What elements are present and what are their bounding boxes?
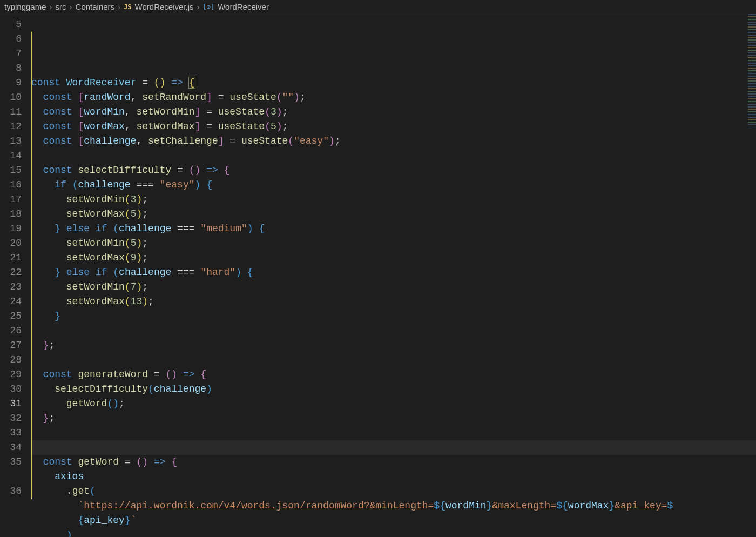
line-number[interactable]: 26 (0, 324, 22, 338)
line-number[interactable]: 10 (0, 90, 22, 105)
code-line[interactable]: const [wordMax, setWordMax] = useState(5… (31, 119, 756, 134)
code-line[interactable]: setWordMax(9); (31, 251, 756, 265)
code-token: ) (235, 267, 241, 278)
line-number[interactable]: 25 (0, 309, 22, 324)
breadcrumb[interactable]: typinggame › src › Containers › JS WordR… (0, 0, 756, 14)
code-line[interactable] (31, 149, 756, 163)
code-token: ) (142, 296, 148, 307)
minimap[interactable] (748, 14, 756, 127)
line-number[interactable]: 36 (0, 484, 22, 499)
line-number[interactable]: 9 (0, 76, 22, 90)
code-token: setWordMax (66, 296, 125, 307)
code-token: setWordMax (66, 252, 125, 263)
line-number[interactable]: 30 (0, 382, 22, 397)
line-number[interactable]: 8 (0, 61, 22, 76)
line-number[interactable]: 33 (0, 426, 22, 440)
code-line[interactable]: const generateWord = () => { (31, 367, 756, 382)
line-number-gutter[interactable]: 5678910111213141516171819202122232425262… (0, 14, 31, 537)
code-token: { (189, 77, 195, 88)
line-number[interactable]: 15 (0, 163, 22, 178)
line-number[interactable]: 20 (0, 236, 22, 251)
code-token: 3 (271, 106, 276, 117)
code-line[interactable]: setWordMax(13); (31, 294, 756, 309)
code-line[interactable]: getWord(); (31, 397, 756, 411)
breadcrumb-item[interactable]: src (56, 2, 66, 11)
code-token: const (43, 121, 78, 132)
code-token: , (125, 121, 137, 132)
code-line[interactable] (31, 61, 756, 76)
code-line[interactable]: setWordMin(5); (31, 236, 756, 251)
code-token: ) (136, 281, 142, 292)
code-line[interactable]: `https://api.wordnik.com/v4/words.json/r… (31, 499, 756, 513)
line-number[interactable]: 7 (0, 46, 22, 61)
line-number[interactable]: 17 (0, 192, 22, 207)
code-line[interactable]: const selectDifficulty = () => { (31, 163, 756, 178)
code-token (31, 515, 78, 526)
code-line[interactable]: setWordMax(5); (31, 207, 756, 221)
code-line[interactable]: } else if (challenge === "medium") { (31, 221, 756, 236)
code-line[interactable]: } (31, 309, 756, 324)
line-number[interactable]: 16 (0, 178, 22, 192)
code-line[interactable]: setWordMin(3); (31, 192, 756, 207)
line-number[interactable]: 18 (0, 207, 22, 221)
line-number[interactable] (0, 469, 22, 484)
code-editor[interactable]: 5678910111213141516171819202122232425262… (0, 14, 756, 537)
breadcrumb-item[interactable]: Containers (76, 2, 115, 11)
line-number[interactable]: 27 (0, 338, 22, 353)
line-number[interactable]: 12 (0, 119, 22, 134)
breadcrumb-item[interactable]: WordReceiver.js (135, 2, 194, 11)
code-token: challenge (78, 179, 130, 190)
code-line[interactable]: axios (31, 469, 756, 484)
line-number[interactable]: 11 (0, 105, 22, 119)
code-token: ( (125, 281, 131, 292)
line-number[interactable]: 35 (0, 455, 22, 469)
line-number[interactable]: 19 (0, 221, 22, 236)
line-number[interactable]: 22 (0, 265, 22, 280)
line-number[interactable]: 21 (0, 251, 22, 265)
line-number[interactable]: 23 (0, 280, 22, 294)
chevron-right-icon: › (197, 2, 200, 11)
line-number[interactable]: 24 (0, 294, 22, 309)
code-line[interactable]: selectDifficulty(challenge) (31, 382, 756, 397)
code-line[interactable]: .get( (31, 484, 756, 499)
code-line[interactable] (31, 324, 756, 338)
code-line[interactable]: }; (31, 338, 756, 353)
code-line[interactable]: const getWord = () => { (31, 455, 756, 469)
code-token: else if (66, 223, 107, 234)
line-number[interactable]: 13 (0, 134, 22, 149)
code-line[interactable]: }; (31, 411, 756, 426)
line-number[interactable]: 31 (0, 397, 22, 411)
code-token: ) (136, 194, 142, 205)
code-token: = (148, 369, 165, 380)
code-line[interactable]: if (challenge === "easy") { (31, 178, 756, 192)
line-number[interactable]: 29 (0, 367, 22, 382)
code-token (31, 136, 43, 146)
line-number[interactable]: 28 (0, 353, 22, 367)
code-token (31, 413, 43, 424)
code-line[interactable]: const [wordMin, setWordMin] = useState(3… (31, 105, 756, 119)
code-line[interactable] (31, 426, 756, 440)
code-token: ( (154, 77, 160, 88)
breadcrumb-item[interactable]: typinggame (4, 2, 46, 11)
code-token: const (31, 77, 66, 88)
code-line[interactable]: const [randWord, setRandWord] = useState… (31, 90, 756, 105)
code-token: ; (142, 238, 148, 249)
breadcrumb-item[interactable]: WordReceiver (218, 2, 269, 11)
line-number[interactable]: 14 (0, 149, 22, 163)
code-line[interactable]: ) (31, 528, 756, 537)
code-line[interactable]: {api_key}` (31, 513, 756, 528)
code-token (31, 165, 43, 176)
code-line[interactable] (31, 440, 756, 455)
line-number[interactable]: 32 (0, 411, 22, 426)
code-line[interactable] (31, 353, 756, 367)
code-token: const (43, 92, 78, 103)
code-line[interactable]: } else if (challenge === "hard") { (31, 265, 756, 280)
code-line[interactable]: const WordReceiver = () => { (31, 76, 756, 90)
code-line[interactable]: const [challenge, setChallenge] = useSta… (31, 134, 756, 149)
line-number[interactable]: 34 (0, 440, 22, 455)
code-token: [ (78, 136, 84, 146)
code-area[interactable]: const WordReceiver = () => { const [rand… (31, 14, 756, 537)
code-line[interactable]: setWordMin(7); (31, 280, 756, 294)
line-number[interactable]: 5 (0, 17, 22, 32)
line-number[interactable]: 6 (0, 32, 22, 46)
